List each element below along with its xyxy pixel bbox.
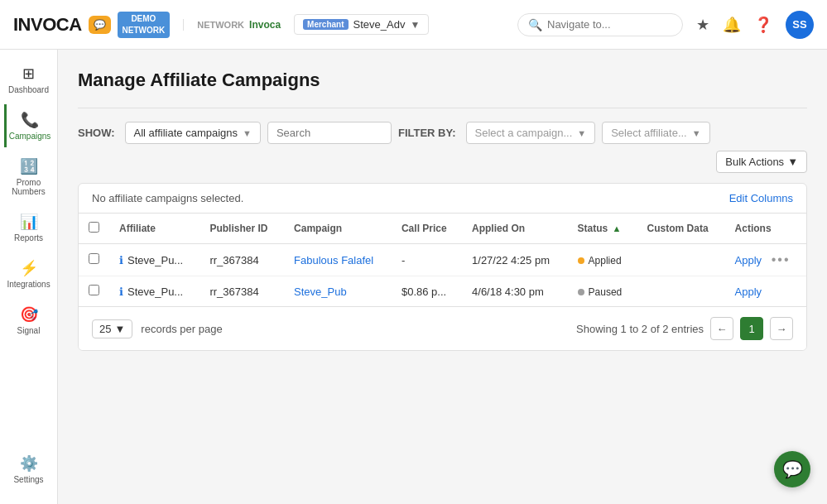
table-body: ℹ Steve_Pu... rr_367384 Fabulous Falafel… [79, 244, 806, 307]
show-label: SHOW: [78, 127, 115, 139]
table-container: No affiliate campaigns selected. Edit Co… [78, 183, 807, 351]
next-page-button[interactable]: → [770, 317, 793, 340]
row-checkbox-cell-1 [79, 276, 109, 307]
affiliate-filter[interactable]: Select affiliate... ▼ [602, 122, 709, 144]
row-actions-1: Apply [725, 276, 806, 307]
promo-numbers-icon: 🔢 [20, 157, 38, 175]
show-select[interactable]: All affiliate campaigns ▼ [125, 122, 261, 144]
row-checkbox-1[interactable] [89, 285, 99, 295]
sidebar-item-campaigns[interactable]: 📞 Campaigns [4, 104, 54, 147]
sidebar-label-dashboard: Dashboard [8, 85, 49, 94]
sidebar-item-signal[interactable]: 🎯 Signal [4, 299, 54, 342]
col-campaign: Campaign [284, 214, 392, 244]
status-text-0: Applied [589, 255, 622, 266]
row-status-0: Applied [568, 244, 637, 276]
page-1-button[interactable]: 1 [740, 317, 763, 340]
row-status-1: Paused [568, 276, 637, 307]
apply-link-1[interactable]: Apply [735, 286, 762, 298]
sidebar-item-dashboard[interactable]: ⊞ Dashboard [4, 58, 54, 101]
col-applied-on[interactable]: Applied On [462, 214, 568, 244]
row-checkbox-0[interactable] [89, 253, 99, 264]
filter-by-label: FILTER BY: [398, 127, 456, 139]
merchant-selector[interactable]: Merchant Steve_Adv ▼ [294, 14, 429, 35]
global-search-input[interactable] [547, 18, 672, 31]
show-select-chevron-icon: ▼ [243, 128, 252, 138]
campaign-filter[interactable]: Select a campaign... ▼ [466, 122, 596, 144]
chat-icon: 💬 [782, 459, 803, 479]
row-custom-data-0 [637, 244, 725, 276]
affiliate-filter-chevron-icon: ▼ [692, 128, 701, 138]
row-publisher-id-0: rr_367384 [200, 244, 284, 276]
sidebar-item-promo-numbers[interactable]: 🔢 Promo Numbers [4, 151, 54, 203]
row-call-price-1: $0.86 p... [392, 276, 462, 307]
no-selected-text: No affiliate campaigns selected. [92, 192, 243, 204]
network-label: NETWORK [197, 20, 244, 30]
affiliate-name-0: Steve_Pu... [127, 254, 183, 266]
logo-area: INVOCA 💬 DEMO NETWORK [13, 12, 170, 38]
network-name: Invoca [249, 19, 281, 31]
campaign-link-1[interactable]: Steve_Pub [294, 286, 347, 298]
avatar[interactable]: SS [786, 11, 814, 39]
col-custom-data: Custom Data [637, 214, 725, 244]
signal-icon: 🎯 [20, 305, 38, 324]
sidebar-item-reports[interactable]: 📊 Reports [4, 206, 54, 249]
campaign-link-0[interactable]: Fabulous Falafel [294, 254, 373, 266]
page-size-value: 25 [99, 323, 111, 335]
sidebar-label-integrations: Integrations [7, 280, 50, 289]
demo-badge: DEMO NETWORK [118, 12, 171, 38]
integrations-icon: ⚡ [20, 259, 38, 277]
merchant-name: Steve_Adv [353, 18, 406, 31]
dashboard-icon: ⊞ [22, 65, 35, 83]
help-icon[interactable]: ❓ [754, 16, 772, 34]
global-search[interactable]: 🔍 [517, 13, 683, 36]
col-affiliate: Affiliate [109, 214, 200, 244]
sidebar-item-settings[interactable]: ⚙️ Settings [4, 448, 54, 491]
bulk-actions-button[interactable]: Bulk Actions ▼ [716, 151, 807, 173]
settings-icon: ⚙️ [20, 454, 38, 473]
row-applied-on-0: 1/27/22 4:25 pm [462, 244, 568, 276]
prev-page-button[interactable]: ← [710, 317, 733, 340]
merchant-tag: Merchant [303, 19, 348, 30]
app-body: ⊞ Dashboard 📞 Campaigns 🔢 Promo Numbers … [0, 50, 827, 504]
logo-text: INVOCA [13, 14, 82, 36]
star-icon[interactable]: ★ [696, 16, 709, 34]
sidebar-label-campaigns: Campaigns [9, 132, 51, 141]
status-sort-icon: ▲ [613, 223, 622, 233]
apply-link-0[interactable]: Apply [735, 254, 762, 266]
page-size-select[interactable]: 25 ▼ [92, 319, 132, 338]
sidebar-item-integrations[interactable]: ⚡ Integrations [4, 252, 54, 295]
row-actions-0: Apply ••• [725, 244, 806, 276]
row-checkbox-cell-0 [79, 244, 109, 276]
edit-columns-link[interactable]: Edit Columns [729, 192, 793, 204]
network-area: NETWORK Invoca [183, 19, 281, 31]
search-field[interactable] [267, 122, 392, 144]
more-button-0[interactable]: ••• [772, 252, 791, 266]
row-campaign-0: Fabulous Falafel [284, 244, 392, 276]
nav-right: 🔍 ★ 🔔 ❓ SS [517, 11, 814, 39]
bulk-actions-label: Bulk Actions [725, 156, 784, 168]
affiliate-info-icon-0[interactable]: ℹ [119, 254, 123, 266]
reports-icon: 📊 [20, 213, 38, 231]
records-per-page-label: records per page [141, 323, 222, 335]
table-row: ℹ Steve_Pu... rr_367384 Steve_Pub $0.86 … [79, 276, 806, 307]
col-call-price: Call Price [392, 214, 462, 244]
status-text-1: Paused [589, 286, 623, 298]
filter-bar: SHOW: All affiliate campaigns ▼ FILTER B… [78, 122, 807, 173]
select-all-checkbox[interactable] [89, 222, 99, 233]
status-dot-0 [578, 257, 584, 264]
campaigns-icon: 📞 [21, 111, 39, 129]
top-nav: INVOCA 💬 DEMO NETWORK NETWORK Invoca Mer… [0, 0, 827, 50]
title-divider [78, 108, 807, 108]
status-badge-0: Applied [578, 255, 622, 266]
col-status[interactable]: Status ▲ [568, 214, 637, 244]
status-badge-1: Paused [578, 286, 623, 298]
chat-bubble[interactable]: 💬 [774, 451, 810, 487]
search-input[interactable] [276, 127, 382, 139]
bulk-actions-chevron-icon: ▼ [787, 156, 798, 168]
affiliate-info-icon-1[interactable]: ℹ [119, 286, 123, 298]
bell-icon[interactable]: 🔔 [723, 16, 741, 34]
logo-icon: 💬 [89, 16, 111, 34]
campaigns-table: Affiliate Publisher ID Campaign Call Pri… [79, 214, 806, 306]
row-campaign-1: Steve_Pub [284, 276, 392, 307]
affiliate-placeholder: Select affiliate... [611, 127, 687, 139]
